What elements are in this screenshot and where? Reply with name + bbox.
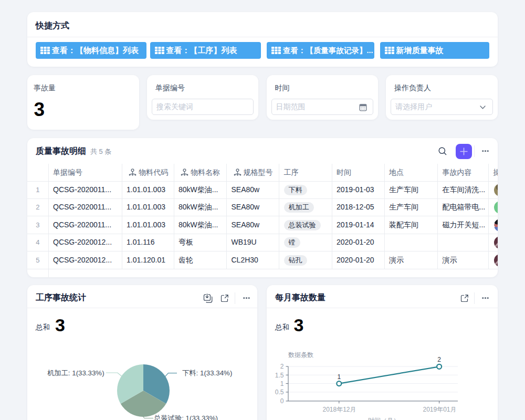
svg-text:2: 2 (437, 356, 441, 363)
svg-text:2: 2 (280, 363, 284, 370)
svg-text:2018年12月: 2018年12月 (322, 406, 356, 413)
svg-text:1: 1 (337, 373, 341, 381)
svg-text:下料: 1(33.34%): 下料: 1(33.34%) (182, 369, 232, 377)
svg-text:机加工: 1(33.33%): 机加工: 1(33.33%) (47, 369, 104, 377)
svg-text:2019年01月: 2019年01月 (423, 406, 456, 413)
svg-text:1.5: 1.5 (275, 372, 284, 379)
svg-text:时间（月）: 时间（月） (368, 417, 400, 420)
svg-text:1: 1 (280, 380, 284, 387)
svg-text:0.5: 0.5 (275, 388, 284, 396)
svg-text:数据条数: 数据条数 (288, 351, 313, 359)
svg-text:0: 0 (280, 397, 284, 405)
svg-text:总装试验: 1(33.33%): 总装试验: 1(33.33%) (153, 414, 218, 420)
